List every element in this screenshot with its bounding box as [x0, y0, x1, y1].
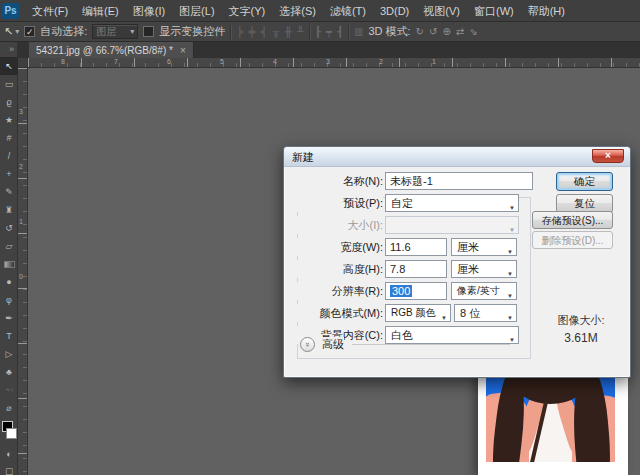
ok-button[interactable]: 确定: [556, 172, 613, 191]
move-icon: ↖: [5, 61, 13, 71]
tool-eyedropper[interactable]: /: [0, 147, 18, 165]
show-transform-checkbox[interactable]: [143, 26, 154, 37]
menu-filter[interactable]: 滤镜(T): [323, 0, 373, 22]
advanced-label: 高级: [322, 337, 344, 352]
tool-spot-healing[interactable]: +: [0, 165, 18, 183]
horizontal-ruler[interactable]: 8 7 6 5 4 3 2 1: [28, 58, 640, 68]
resolution-input[interactable]: 300: [385, 282, 447, 300]
menu-view[interactable]: 视图(V): [416, 0, 467, 22]
preset-dropdown[interactable]: 自定 ▼: [385, 194, 519, 212]
distribute-right-icon[interactable]: ┨: [337, 23, 343, 41]
tool-path-selection[interactable]: ▷: [0, 345, 18, 363]
tool-quick-selection[interactable]: ★: [0, 111, 18, 129]
background-color-swatch[interactable]: [6, 428, 17, 439]
ruler-number: 3: [326, 58, 330, 65]
3d-drag-icon[interactable]: ⊕: [442, 23, 450, 41]
3d-roll-icon[interactable]: ↺: [429, 23, 437, 41]
tool-preset-picker[interactable]: ↖ ▾: [4, 25, 19, 38]
tool-zoom[interactable]: ⌀: [0, 399, 18, 417]
bit-depth-value: 8 位: [460, 307, 480, 319]
menu-edit[interactable]: 编辑(E): [75, 0, 126, 22]
dialog-title-bar[interactable]: 新建: [284, 147, 630, 167]
document-tab[interactable]: 54321.jpg @ 66.7%(RGB/8#) * ×: [29, 42, 194, 58]
3d-rotate-icon[interactable]: ↻: [416, 23, 424, 41]
width-unit-dropdown[interactable]: 厘米 ▼: [451, 238, 517, 256]
tool-marquee[interactable]: ▭: [0, 75, 18, 93]
gradient-icon: [4, 261, 15, 268]
distribute-center-icon[interactable]: ┯: [326, 23, 332, 41]
ruler-number: 6: [167, 58, 171, 65]
tools-panel: » ↖ ▭ ϱ ★ # / + ✎ ♜ ↺ ▱ ● φ ✒ T ▷ ♣ ☜ ⌀ …: [0, 42, 18, 475]
width-input[interactable]: 11.6: [385, 238, 447, 256]
menu-window[interactable]: 窗口(W): [467, 0, 521, 22]
ruler-number: 0: [19, 273, 23, 280]
tool-brush[interactable]: ✎: [0, 183, 18, 201]
tab-close-icon[interactable]: ×: [180, 45, 186, 56]
color-mode-dropdown[interactable]: RGB 颜色 ▼: [385, 304, 451, 322]
menu-3d[interactable]: 3D(D): [373, 0, 416, 22]
name-input[interactable]: 未标题-1: [385, 172, 533, 190]
size-label: 大小(I):: [286, 216, 383, 234]
new-document-dialog: 新建 × 名称(N): 未标题-1 预设(P): 自定 ▼ 大小(I): ▼ 宽…: [283, 146, 631, 378]
vertical-ruler[interactable]: 3 2 1 0: [18, 68, 28, 475]
resolution-unit-dropdown[interactable]: 像素/英寸 ▼: [451, 282, 517, 300]
tool-custom-shape[interactable]: ♣: [0, 363, 18, 381]
tool-clone-stamp[interactable]: ♜: [0, 201, 18, 219]
document-photo[interactable]: [478, 371, 628, 475]
dialog-close-button[interactable]: ×: [592, 149, 624, 163]
3d-scale-icon[interactable]: ⇘: [469, 23, 477, 41]
menu-select[interactable]: 选择(S): [272, 0, 323, 22]
auto-align-icon[interactable]: ▥: [354, 23, 363, 41]
menu-image[interactable]: 图像(I): [126, 0, 172, 22]
height-unit-dropdown[interactable]: 厘米 ▼: [451, 260, 517, 278]
clone-stamp-icon: ♜: [5, 205, 13, 215]
align-top-icon[interactable]: ╥: [273, 23, 280, 41]
tool-lasso[interactable]: ϱ: [0, 93, 18, 111]
background-contents-dropdown[interactable]: 白色 ▼: [385, 326, 519, 344]
align-bottom-icon[interactable]: ╨: [297, 23, 304, 41]
tool-move[interactable]: ↖: [0, 57, 18, 75]
tool-gradient[interactable]: [0, 255, 18, 273]
ruler-number: 1: [19, 218, 23, 225]
zoom-icon: ⌀: [6, 403, 11, 413]
quick-mask-button[interactable]: ◐: [0, 445, 18, 463]
color-mode-label: 颜色模式(M):: [286, 304, 383, 322]
height-input[interactable]: 7.8: [385, 260, 447, 278]
bit-depth-dropdown[interactable]: 8 位 ▼: [454, 304, 517, 322]
screen-mode-button[interactable]: ☐: [0, 463, 18, 475]
quick-selection-icon: ★: [5, 115, 13, 125]
align-middle-icon[interactable]: ╫: [285, 23, 292, 41]
distribute-left-icon[interactable]: ┠: [315, 23, 321, 41]
3d-slide-icon[interactable]: ⇄: [456, 23, 464, 41]
align-right-icon[interactable]: ╡: [260, 23, 267, 41]
save-preset-button[interactable]: 存储预设(S)...: [532, 211, 613, 229]
menu-help[interactable]: 帮助(H): [521, 0, 572, 22]
tool-crop[interactable]: #: [0, 129, 18, 147]
spot-healing-icon: +: [6, 169, 11, 179]
auto-select-target-dropdown[interactable]: 图层 ▾: [92, 24, 138, 39]
ruler-origin-corner[interactable]: [18, 58, 28, 68]
align-center-icon[interactable]: ╪: [248, 23, 255, 41]
image-size-value: 3.61M: [536, 331, 626, 345]
panel-collapse-icon[interactable]: »: [0, 42, 17, 57]
tool-pen[interactable]: ✒: [0, 309, 18, 327]
ruler-number: 5: [220, 58, 224, 65]
menu-file[interactable]: 文件(F): [25, 0, 75, 22]
auto-select-checkbox[interactable]: ✓: [24, 26, 35, 37]
advanced-expander-button[interactable]: »: [300, 337, 315, 352]
tool-dodge[interactable]: φ: [0, 291, 18, 309]
tool-hand[interactable]: ☜: [0, 381, 18, 399]
menu-layer[interactable]: 图层(L): [172, 0, 221, 22]
tool-blur[interactable]: ●: [0, 273, 18, 291]
background-contents-value: 白色: [391, 329, 413, 341]
tool-history-brush[interactable]: ↺: [0, 219, 18, 237]
tool-eraser[interactable]: ▱: [0, 237, 18, 255]
chevron-down-icon: ▼: [509, 222, 515, 238]
chevron-down-icon: ▾: [15, 27, 19, 36]
color-swatches[interactable]: [0, 421, 18, 445]
lasso-icon: ϱ: [6, 97, 11, 107]
tool-type[interactable]: T: [0, 327, 18, 345]
menu-type[interactable]: 文字(Y): [222, 0, 273, 22]
align-left-icon[interactable]: ╞: [236, 23, 243, 41]
separator: [309, 25, 310, 39]
